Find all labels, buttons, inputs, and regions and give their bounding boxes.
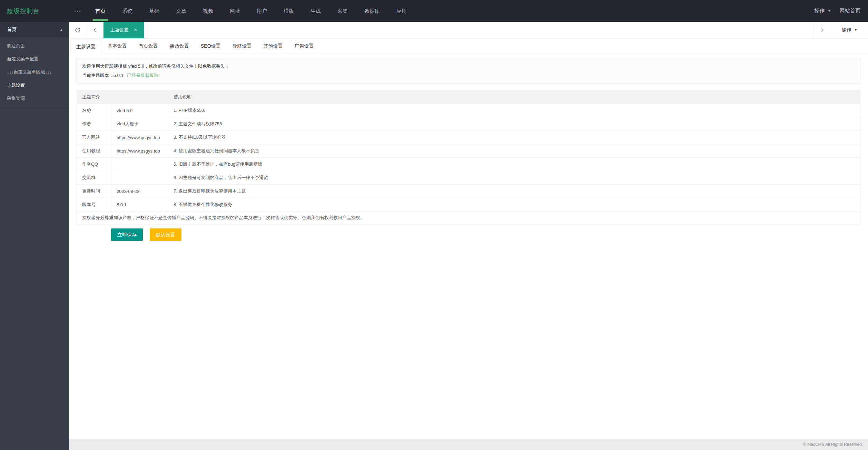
sidebar-item-0[interactable]: 欢迎页面 bbox=[0, 39, 69, 52]
chevron-down-icon: ▼ bbox=[854, 28, 857, 32]
nav-item-1[interactable]: 系统 bbox=[114, 0, 141, 22]
notice-line1: 欢迎使用大橙影视模板 vfed 5.0，修改前请备份相关文件！以免数据丢失！ bbox=[82, 61, 855, 71]
table-row-2: 官方网站https://www.qsgys.top3. 不支持IE8及以下浏览器 bbox=[77, 131, 860, 144]
toolbar-action-dropdown[interactable]: 操作 ▼ bbox=[831, 22, 868, 38]
settings-tab-2[interactable]: 首页设置 bbox=[133, 39, 164, 53]
toolbar-right: 操作 ▼ bbox=[813, 22, 868, 38]
row-label: 更新时间 bbox=[77, 185, 111, 198]
next-tab-button[interactable] bbox=[813, 22, 831, 38]
nav-item-9[interactable]: 采集 bbox=[329, 0, 356, 22]
app-logo: 超级控制台 bbox=[0, 7, 69, 15]
sidebar-group-home[interactable]: 首页 ▲ bbox=[0, 22, 69, 37]
row-note: 2. 主题文件读写权限755 bbox=[168, 117, 860, 131]
site-home-link[interactable]: 网站首页 bbox=[840, 8, 860, 14]
sidebar-item-4[interactable]: 采集资源 bbox=[0, 92, 69, 105]
copyright-footer: © MacCMS All Rights Reserved. bbox=[69, 439, 868, 450]
main-area: 主题设置 × 操作 ▼ 主题设置基本设置首页设置播放设置SEO设置导航设置其他设… bbox=[69, 22, 868, 450]
table-footer-row: 授权者务必尊重知识产权，严格保证不恶意传播产品源码、不得直接对授权的产品本身进行… bbox=[77, 212, 860, 224]
row-note: 7. 退出售后群即视为放弃使用本主题 bbox=[168, 185, 860, 198]
row-note: 6. 因主题是可复制的商品，售出后一律不予退款 bbox=[168, 171, 860, 185]
save-button[interactable]: 立即保存 bbox=[111, 228, 143, 241]
settings-tab-3[interactable]: 播放设置 bbox=[164, 39, 195, 53]
refresh-button[interactable] bbox=[69, 22, 86, 38]
content-body: 欢迎使用大橙影视模板 vfed 5.0，修改前请备份相关文件！以免数据丢失！ 当… bbox=[69, 53, 868, 241]
settings-tab-6[interactable]: 其他设置 bbox=[258, 39, 289, 53]
welcome-notice: 欢迎使用大橙影视模板 vfed 5.0，修改前请备份相关文件！以免数据丢失！ 当… bbox=[77, 58, 860, 84]
nav-item-0[interactable]: 首页 bbox=[87, 0, 114, 22]
table-row-7: 版本号5.0.18. 不提供免费个性化修改服务 bbox=[77, 198, 860, 212]
table-row-1: 作者vfed大橙子2. 主题文件读写权限755 bbox=[77, 117, 860, 131]
nav-item-2[interactable]: 基础 bbox=[141, 0, 168, 22]
row-label: 名称 bbox=[77, 104, 111, 117]
row-note: 4. 使用盗版主题遇到任何问题本人概不负责 bbox=[168, 144, 860, 158]
row-note: 3. 不支持IE8及以下浏览器 bbox=[168, 131, 860, 144]
sidebar-menu: 欢迎页面自定义菜单配置↓↓↓自定义菜单区域↓↓↓主题设置采集资源 bbox=[0, 37, 69, 109]
table-body: 名称vfed 5.01. PHP版本≥5.6作者vfed大橙子2. 主题文件读写… bbox=[77, 104, 860, 224]
spacer bbox=[69, 241, 868, 439]
sidebar-group-label: 首页 bbox=[7, 27, 17, 33]
nav-item-6[interactable]: 用户 bbox=[248, 0, 275, 22]
sidebar-item-3[interactable]: 主题设置 bbox=[0, 79, 69, 92]
row-note: 1. PHP版本≥5.6 bbox=[168, 104, 860, 117]
table-row-4: 作者QQ5. 旧版主题不予维护，如有bug请使用最新版 bbox=[77, 158, 860, 171]
settings-tabs: 主题设置基本设置首页设置播放设置SEO设置导航设置其他设置广告设置 bbox=[69, 39, 868, 53]
row-note: 8. 不提供免费个性化修改服务 bbox=[168, 198, 860, 212]
topbar-action-dropdown[interactable]: 操作 ▼ bbox=[805, 8, 840, 14]
row-value: 5.0.1 bbox=[111, 198, 168, 212]
row-note: 5. 旧版主题不予维护，如有bug请使用最新版 bbox=[168, 158, 860, 171]
row-value bbox=[111, 171, 168, 185]
theme-info-table: 主题简介 使用说明 名称vfed 5.01. PHP版本≥5.6作者vfed大橙… bbox=[77, 90, 860, 224]
open-tab-label: 主题设置 bbox=[110, 27, 128, 33]
table-row-0: 名称vfed 5.01. PHP版本≥5.6 bbox=[77, 104, 860, 117]
settings-tab-0[interactable]: 主题设置 bbox=[70, 39, 102, 53]
chevron-up-icon: ▲ bbox=[60, 28, 63, 31]
settings-tab-7[interactable]: 广告设置 bbox=[289, 39, 320, 53]
row-label: 作者QQ bbox=[77, 158, 111, 171]
table-row-5: 交流群6. 因主题是可复制的商品，售出后一律不予退款 bbox=[77, 171, 860, 185]
notice-latest-badge: 已经是最新版啦! bbox=[127, 73, 160, 78]
chevron-down-icon: ▼ bbox=[828, 9, 831, 13]
nav-item-10[interactable]: 数据库 bbox=[356, 0, 388, 22]
settings-tab-5[interactable]: 导航设置 bbox=[227, 39, 258, 53]
layout: 首页 ▲ 欢迎页面自定义菜单配置↓↓↓自定义菜单区域↓↓↓主题设置采集资源 主题… bbox=[0, 22, 868, 450]
notice-line2: 当前主题版本：5.0.1已经是最新版啦! bbox=[82, 71, 855, 80]
row-value: 2023-08-28 bbox=[111, 185, 168, 198]
topbar-right: 操作 ▼ 网站首页 bbox=[805, 8, 868, 14]
topbar-menu: 首页系统基础文章视频网址用户模版生成采集数据库应用 bbox=[87, 0, 415, 22]
column-header-usage: 使用说明 bbox=[168, 90, 860, 104]
close-icon[interactable]: × bbox=[134, 27, 137, 33]
table-row-6: 更新时间2023-08-287. 退出售后群即视为放弃使用本主题 bbox=[77, 185, 860, 198]
default-settings-button[interactable]: 默认设置 bbox=[150, 228, 181, 241]
settings-tab-1[interactable]: 基本设置 bbox=[102, 39, 133, 53]
row-label: 版本号 bbox=[77, 198, 111, 212]
sidebar: 首页 ▲ 欢迎页面自定义菜单配置↓↓↓自定义菜单区域↓↓↓主题设置采集资源 bbox=[0, 22, 69, 450]
row-value: vfed 5.0 bbox=[111, 104, 168, 117]
chevron-left-icon bbox=[92, 27, 98, 33]
row-label: 官方网站 bbox=[77, 131, 111, 144]
sidebar-item-2[interactable]: ↓↓↓自定义菜单区域↓↓↓ bbox=[0, 66, 69, 79]
column-header-intro: 主题简介 bbox=[77, 90, 168, 104]
settings-tab-4[interactable]: SEO设置 bbox=[195, 39, 227, 53]
row-value: https://www.qsgys.top bbox=[111, 131, 168, 144]
nav-item-8[interactable]: 生成 bbox=[302, 0, 329, 22]
row-value: vfed大橙子 bbox=[111, 117, 168, 131]
toolbar-action-label: 操作 bbox=[842, 27, 851, 33]
topbar-action-label: 操作 bbox=[814, 8, 825, 14]
form-actions: 立即保存 默认设置 bbox=[111, 228, 860, 241]
prev-tab-button[interactable] bbox=[86, 22, 103, 38]
row-label: 作者 bbox=[77, 117, 111, 131]
nav-item-5[interactable]: 网址 bbox=[221, 0, 248, 22]
nav-item-4[interactable]: 视频 bbox=[195, 0, 221, 22]
license-note: 授权者务必尊重知识产权，严格保证不恶意传播产品源码、不得直接对授权的产品本身进行… bbox=[77, 212, 860, 224]
table-row-3: 使用教程https://www.qsgys.top4. 使用盗版主题遇到任何问题… bbox=[77, 144, 860, 158]
sidebar-item-1[interactable]: 自定义菜单配置 bbox=[0, 52, 69, 66]
notice-version: 当前主题版本：5.0.1 bbox=[82, 73, 124, 78]
nav-item-7[interactable]: 模版 bbox=[275, 0, 302, 22]
open-tab-theme-settings[interactable]: 主题设置 × bbox=[103, 22, 144, 38]
row-value: https://www.qsgys.top bbox=[111, 144, 168, 158]
more-menu-icon[interactable]: ••• bbox=[69, 9, 87, 13]
nav-item-3[interactable]: 文章 bbox=[168, 0, 195, 22]
nav-item-11[interactable]: 应用 bbox=[388, 0, 415, 22]
refresh-icon bbox=[75, 27, 81, 33]
row-value bbox=[111, 158, 168, 171]
